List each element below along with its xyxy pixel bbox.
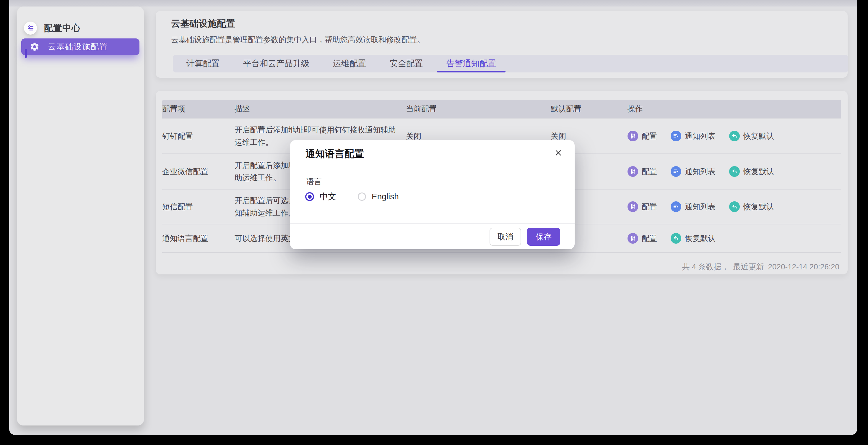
- action-label: 配置: [642, 131, 657, 141]
- save-button[interactable]: 保存: [527, 228, 560, 246]
- page-description: 云基础设施配置是管理配置参数的集中入口，帮助您高效读取和修改配置。: [171, 35, 425, 45]
- action-label: 通知列表: [685, 167, 716, 177]
- notify-list-action[interactable]: 通知列表: [671, 201, 716, 212]
- close-button[interactable]: [553, 148, 563, 158]
- updated-label: 最近更新: [733, 262, 764, 271]
- modal-header: 通知语言配置: [290, 140, 575, 165]
- sliders-icon: [627, 233, 638, 244]
- config-name: 钉钉配置: [162, 131, 235, 141]
- updated-time: 2020-12-14 20:26:20: [768, 262, 839, 271]
- configure-action[interactable]: 配置: [627, 233, 657, 244]
- sidebar: 配置中心 云基础设施配置: [17, 6, 144, 425]
- col-header-current: 当前配置: [406, 104, 551, 114]
- restore-default-action[interactable]: 恢复默认: [671, 233, 716, 244]
- restore-arrow-icon: [671, 233, 681, 244]
- active-item-indicator: [25, 49, 27, 58]
- default-value: 关闭: [551, 131, 627, 141]
- configure-action[interactable]: 配置: [627, 131, 657, 141]
- language-field-label: 语言: [306, 177, 322, 187]
- cancel-button[interactable]: 取消: [490, 228, 521, 246]
- modal-title: 通知语言配置: [306, 147, 364, 160]
- action-label: 配置: [642, 233, 657, 244]
- tab-ops-config[interactable]: 运维配置: [321, 55, 378, 72]
- collapse-sidebar-button[interactable]: [24, 22, 37, 35]
- collapse-menu-icon: [27, 24, 34, 32]
- restore-default-action[interactable]: 恢复默认: [729, 201, 774, 212]
- close-icon: [555, 149, 562, 157]
- col-header-description: 描述: [235, 104, 406, 114]
- restore-arrow-icon: [729, 201, 740, 212]
- radio-selected-icon: [305, 192, 314, 201]
- config-name: 通知语言配置: [162, 233, 235, 244]
- notify-list-action[interactable]: 通知列表: [671, 131, 716, 141]
- restore-default-action[interactable]: 恢复默认: [729, 166, 774, 177]
- notification-list-icon: [671, 166, 681, 177]
- action-label: 恢复默认: [743, 131, 774, 141]
- action-label: 通知列表: [685, 131, 716, 141]
- restore-arrow-icon: [729, 131, 740, 141]
- table-header-row: 配置项 描述 当前配置 默认配置 操作: [162, 100, 841, 118]
- radio-chinese[interactable]: 中文: [305, 191, 336, 202]
- action-label: 通知列表: [685, 202, 716, 212]
- radio-label: 中文: [320, 191, 336, 202]
- table-footer: 共 4 条数据，最近更新2020-12-14 20:26:20: [678, 262, 839, 272]
- configure-action[interactable]: 配置: [627, 201, 657, 212]
- tab-platform-upgrade[interactable]: 平台和云产品升级: [231, 55, 321, 72]
- tab-compute-config[interactable]: 计算配置: [175, 55, 231, 72]
- tab-label: 告警通知配置: [446, 58, 496, 69]
- language-radio-group: 中文 English: [305, 191, 399, 202]
- window-titlebar: [9, 0, 857, 6]
- page-title: 云基础设施配置: [171, 18, 235, 30]
- action-label: 恢复默认: [685, 233, 716, 244]
- gear-icon: [30, 42, 39, 52]
- radio-label: English: [372, 192, 399, 201]
- config-name: 短信配置: [162, 202, 235, 212]
- current-value: 关闭: [406, 131, 551, 141]
- sidebar-header: 配置中心: [24, 16, 81, 40]
- sidebar-title: 配置中心: [44, 22, 81, 34]
- restore-arrow-icon: [729, 166, 740, 177]
- sliders-icon: [627, 166, 638, 177]
- app-window: 配置中心 云基础设施配置 云基础设施配置 云基础设施配置是管理配置参数的集中入口…: [9, 0, 857, 435]
- modal-footer: 取消 保存: [290, 223, 575, 249]
- radio-english[interactable]: English: [358, 192, 399, 201]
- active-tab-underline: [437, 71, 505, 72]
- sliders-icon: [627, 201, 638, 212]
- action-label: 恢复默认: [743, 202, 774, 212]
- radio-unselected-icon: [358, 192, 366, 201]
- configure-action[interactable]: 配置: [627, 166, 657, 177]
- config-name: 企业微信配置: [162, 167, 235, 177]
- table-bottom-divider: [162, 252, 841, 253]
- restore-default-action[interactable]: 恢复默认: [729, 131, 774, 141]
- tab-security-config[interactable]: 安全配置: [378, 55, 435, 72]
- col-header-actions: 操作: [627, 104, 841, 114]
- action-label: 配置: [642, 202, 657, 212]
- action-label: 配置: [642, 167, 657, 177]
- sliders-icon: [627, 131, 638, 141]
- sidebar-item-label: 云基础设施配置: [48, 41, 108, 52]
- page-header-card: 云基础设施配置 云基础设施配置是管理配置参数的集中入口，帮助您高效读取和修改配置…: [156, 11, 848, 78]
- tab-bar: 计算配置 平台和云产品升级 运维配置 安全配置 告警通知配置: [173, 55, 848, 72]
- action-label: 恢复默认: [743, 167, 774, 177]
- tab-alert-notification-config[interactable]: 告警通知配置: [435, 55, 508, 72]
- col-header-config-item: 配置项: [162, 104, 235, 114]
- notify-language-modal: 通知语言配置 语言 中文 English 取消 保存: [290, 140, 575, 249]
- col-header-default: 默认配置: [551, 104, 627, 114]
- sidebar-item-cloud-infra-config[interactable]: 云基础设施配置: [21, 38, 140, 55]
- notify-list-action[interactable]: 通知列表: [671, 166, 716, 177]
- notification-list-icon: [671, 131, 681, 141]
- row-count: 共 4 条数据，: [682, 262, 729, 271]
- notification-list-icon: [671, 201, 681, 212]
